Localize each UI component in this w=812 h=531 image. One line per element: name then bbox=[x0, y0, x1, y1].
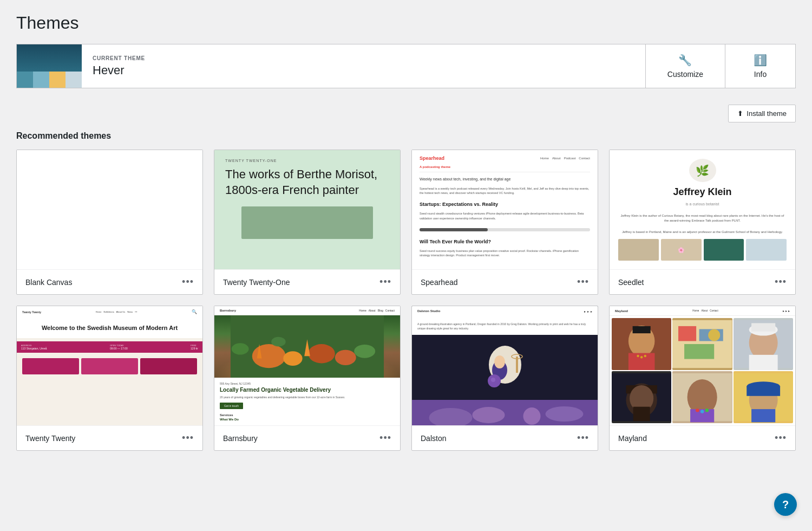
svg-point-2 bbox=[283, 351, 302, 366]
sp-body: Spearhead is a weekly tech podcast relea… bbox=[420, 186, 590, 196]
dalston-desc: A ground-breaking illustration agency in… bbox=[417, 322, 592, 331]
theme-name-seedlet: Seedlet bbox=[618, 278, 644, 287]
mayland-portrait-4 bbox=[612, 371, 671, 423]
svg-point-48 bbox=[700, 410, 704, 413]
svg-point-28 bbox=[644, 355, 646, 357]
install-theme-button[interactable]: ⬆ Install theme bbox=[728, 105, 796, 122]
mayland-cell-5 bbox=[672, 371, 732, 423]
svg-point-19 bbox=[473, 407, 505, 423]
svg-point-33 bbox=[709, 329, 721, 341]
barn-services-title: What We Do bbox=[220, 418, 395, 421]
theme-name-blank-canvas: Blank Canvas bbox=[25, 278, 72, 287]
svg-rect-38 bbox=[751, 323, 775, 331]
dalston-abstract bbox=[416, 404, 593, 425]
mayland-portrait-3 bbox=[734, 318, 793, 370]
tt-nav: Twenty Twenty Home Exhibitions About Us … bbox=[17, 306, 202, 318]
theme-card-footer-dalston: Dalston ••• bbox=[412, 425, 598, 450]
seedlet-brand-name: Jeffrey Klein bbox=[673, 186, 731, 198]
svg-point-15 bbox=[494, 355, 505, 368]
dalston-visual: Dalston Studio ▸ ▸ ▸ A ground-breaking i… bbox=[412, 306, 598, 425]
barn-address: 555 Any Street, NJ 12345 bbox=[220, 382, 395, 385]
theme-preview-barnsbury: Barnsbury Home About Blog Contact bbox=[214, 306, 400, 425]
tt-price: FREE 129 kr bbox=[191, 344, 198, 350]
customize-icon: 🔧 bbox=[678, 54, 692, 67]
theme-card-footer-spearhead: Spearhead ••• bbox=[412, 269, 598, 294]
current-theme-thumbnail bbox=[17, 44, 82, 88]
theme-card-footer-seedlet: Seedlet ••• bbox=[610, 269, 795, 294]
theme-name-dalston: Dalston bbox=[421, 434, 446, 443]
customize-button[interactable]: 🔧 Customize bbox=[646, 44, 725, 88]
theme-name-barnsbury: Barnsbury bbox=[223, 434, 258, 443]
theme-options-tt[interactable]: ••• bbox=[182, 432, 194, 444]
theme-options-mayland[interactable]: ••• bbox=[775, 432, 787, 444]
tt-visual: Twenty Twenty Home Exhibitions About Us … bbox=[17, 306, 202, 425]
theme-options-dalston[interactable]: ••• bbox=[577, 432, 589, 444]
mayland-cell-1 bbox=[612, 318, 671, 370]
svg-point-49 bbox=[705, 409, 709, 412]
seedlet-img1 bbox=[618, 239, 659, 261]
theme-options-seedlet[interactable]: ••• bbox=[775, 276, 787, 288]
svg-point-18 bbox=[429, 408, 473, 425]
tt1-image bbox=[241, 206, 372, 239]
dalston-social: ▸ ▸ ▸ bbox=[584, 309, 592, 313]
tt1-brand-text: TWENTY TWENTY-ONE bbox=[225, 159, 389, 163]
swatch-3 bbox=[49, 72, 66, 88]
svg-point-27 bbox=[640, 356, 643, 358]
upload-icon: ⬆ bbox=[737, 109, 743, 118]
dalston-footer bbox=[412, 400, 598, 425]
tt-hours: OPEN TODAY 09:00 — 17:00 bbox=[110, 344, 128, 350]
theme-options-tt1[interactable]: ••• bbox=[379, 276, 391, 288]
theme-card-footer-tt: Twenty Twenty ••• bbox=[17, 425, 202, 450]
install-row: ⬆ Install theme bbox=[16, 105, 796, 122]
barn-desc: 20 years of growing organic vegetables a… bbox=[220, 396, 395, 399]
sp-nav: Spearhead Home About Podcast Contact bbox=[420, 156, 590, 161]
svg-rect-54 bbox=[751, 409, 775, 422]
seedlet-visual: 🌿 Jeffrey Klein is a curious botanist Je… bbox=[610, 150, 795, 269]
sp-tagline: A podcasting theme bbox=[420, 165, 590, 172]
theme-card-footer-tt1: Twenty Twenty-One ••• bbox=[214, 269, 400, 294]
sp-logo: Spearhead bbox=[420, 156, 444, 161]
svg-point-9 bbox=[271, 337, 286, 347]
barn-nav: Barnsbury Home About Blog Contact bbox=[214, 306, 400, 315]
sp-desc: Weekly news about tech, investing, and t… bbox=[420, 177, 590, 182]
svg-point-26 bbox=[637, 355, 639, 357]
mayland-cell-3 bbox=[734, 318, 793, 370]
sp-section-title: Startups: Expectations vs. Reality bbox=[420, 202, 590, 207]
seedlet-text2: Jeffrey is based in Portland, Maine and … bbox=[622, 230, 783, 235]
info-icon: ℹ️ bbox=[754, 54, 767, 67]
svg-point-7 bbox=[232, 343, 249, 354]
barnsbury-visual: Barnsbury Home About Blog Contact bbox=[214, 306, 400, 425]
seedlet-logo: 🌿 bbox=[689, 159, 716, 182]
theme-card-blank-canvas: Blank Canvas ••• bbox=[16, 150, 203, 295]
barn-content: 555 Any Street, NJ 12345 Locally Farmed … bbox=[214, 378, 400, 425]
svg-point-3 bbox=[308, 344, 335, 363]
theme-card-spearhead: Spearhead Home About Podcast Contact A p… bbox=[411, 150, 598, 295]
barn-cta-btn[interactable]: Get in touch bbox=[220, 403, 243, 409]
help-button[interactable]: ? bbox=[774, 493, 797, 516]
theme-preview-spearhead: Spearhead Home About Podcast Contact A p… bbox=[412, 150, 598, 269]
theme-card-dalston: Dalston Studio ▸ ▸ ▸ A ground-breaking i… bbox=[411, 306, 598, 451]
swatch-1 bbox=[17, 72, 33, 88]
mayland-portrait-5 bbox=[672, 371, 732, 423]
svg-rect-43 bbox=[633, 407, 650, 421]
theme-options-spearhead[interactable]: ••• bbox=[577, 276, 589, 288]
theme-name-spearhead: Spearhead bbox=[421, 278, 458, 287]
theme-options-barnsbury[interactable]: ••• bbox=[379, 432, 391, 444]
mayland-photo-grid bbox=[610, 316, 795, 425]
theme-preview-dalston: Dalston Studio ▸ ▸ ▸ A ground-breaking i… bbox=[412, 306, 598, 425]
mayland-nav: Mayland Home About Contact ▸ ▸ ▸ bbox=[610, 306, 795, 316]
seedlet-img2: 🌸 bbox=[661, 239, 702, 261]
tt-block2 bbox=[81, 358, 138, 374]
current-theme-bar: CURRENT THEME Hever 🔧 Customize ℹ️ Info bbox=[16, 44, 796, 88]
customize-label: Customize bbox=[667, 70, 703, 79]
info-button[interactable]: ℹ️ Info bbox=[725, 44, 795, 88]
theme-card-twenty-twenty: Twenty Twenty Home Exhibitions About Us … bbox=[16, 306, 203, 451]
blank-canvas-visual bbox=[17, 150, 202, 269]
theme-options-blank-canvas[interactable]: ••• bbox=[182, 276, 194, 288]
theme-card-mayland: Mayland Home About Contact ▸ ▸ ▸ bbox=[609, 306, 796, 451]
recommended-section-title: Recommended themes bbox=[16, 131, 796, 141]
theme-name-tt: Twenty Twenty bbox=[25, 434, 75, 443]
dalston-mid: A ground-breaking illustration agency in… bbox=[412, 316, 598, 335]
svg-rect-24 bbox=[628, 353, 655, 370]
tt-hero-text: Welcome to the Swedish Museum of Modern … bbox=[22, 324, 197, 332]
